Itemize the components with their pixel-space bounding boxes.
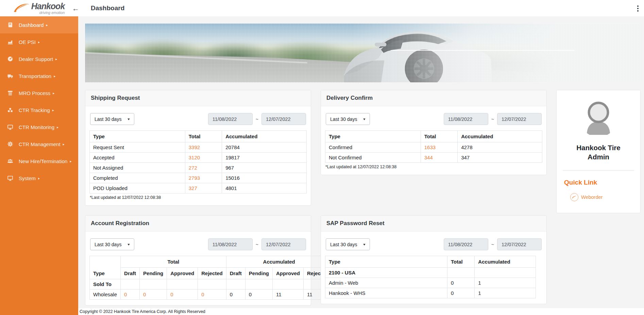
period-select[interactable]: Last 30 days ▼ xyxy=(90,113,134,125)
kebab-menu-icon[interactable] xyxy=(636,5,640,12)
col-group-accumulated: Accumulated xyxy=(226,256,332,268)
sidebar-item-label: CTR Management xyxy=(19,141,61,147)
last-updated-note: *Last updated at 12/07/2022 12:08:38 xyxy=(90,195,307,200)
chevron-right-icon: ▸ xyxy=(57,125,58,129)
account-registration-table: Type Total Accumulated Draft Pending App… xyxy=(89,256,332,300)
date-from-input[interactable] xyxy=(444,238,488,250)
period-select[interactable]: Last 30 days ▼ xyxy=(326,238,370,250)
truck-icon xyxy=(7,73,13,79)
sidebar-item-ctr-monitoring[interactable]: CTR Monitoring ▸ xyxy=(0,119,78,136)
accumulated-value: 1 xyxy=(475,288,536,298)
accumulated-value: 967 xyxy=(222,163,307,173)
monitor-icon xyxy=(7,175,13,181)
sidebar-item-dashboard[interactable]: Dashboard ▸ xyxy=(0,16,78,33)
chevron-down-icon: ▼ xyxy=(362,117,366,121)
chevron-down-icon: ▼ xyxy=(127,243,131,246)
gauge-icon xyxy=(7,56,13,62)
table-row: Not Confirmed344347 xyxy=(325,153,542,163)
profile-name: Hankook Tire Admin xyxy=(569,143,628,161)
monitor-icon xyxy=(7,124,13,130)
date-from-input[interactable] xyxy=(208,113,253,125)
page-title: Dashboard xyxy=(91,4,124,12)
total-value[interactable]: 344 xyxy=(421,153,457,163)
copyright-text: Copyright © 2022 Hankook Tire America Co… xyxy=(80,309,205,314)
delivery-confirm-table: Type Total Accumulated Confirmed16334278… xyxy=(325,130,542,163)
acc-approved-value: 11 xyxy=(272,289,303,300)
col-type: Type xyxy=(90,131,185,142)
chevron-down-icon: ▼ xyxy=(362,243,366,246)
total-value[interactable]: 3120 xyxy=(185,153,222,163)
account-registration-card: Account Registration Last 30 days ▼ ~ xyxy=(85,215,311,305)
sidebar-item-label: System xyxy=(19,175,36,181)
date-to-input[interactable] xyxy=(261,113,306,125)
col-type: Type xyxy=(325,131,421,142)
col-accumulated: Accumulated xyxy=(222,131,307,142)
total-value[interactable]: 272 xyxy=(185,163,222,173)
total-value[interactable]: 1633 xyxy=(421,142,457,153)
chevron-right-icon: ▸ xyxy=(38,40,40,44)
sidebar-item-ctr-tracking[interactable]: CTR Tracking ▸ xyxy=(0,101,78,119)
top-bar: Hankook driving emotion ← Dashboard xyxy=(0,0,644,16)
period-select[interactable]: Last 30 days ▼ xyxy=(90,238,134,250)
total-pending-value[interactable]: 0 xyxy=(140,289,167,300)
sidebar-item-label: Dashboard xyxy=(19,22,44,28)
sidebar-item-oe-psi[interactable]: OE PSI ▸ xyxy=(0,33,78,50)
sidebar-item-system[interactable]: System ▸ xyxy=(0,170,78,187)
chevron-right-icon: ▸ xyxy=(55,57,57,61)
total-value[interactable]: 3392 xyxy=(185,142,222,153)
quick-link-weborder[interactable]: Weborder xyxy=(570,193,635,201)
cubes-icon xyxy=(7,107,13,113)
date-from-input[interactable] xyxy=(208,238,253,250)
col-accumulated: Accumulated xyxy=(458,131,542,142)
col-approved: Approved xyxy=(272,268,303,279)
chevron-right-icon: ▸ xyxy=(46,23,48,27)
date-to-input[interactable] xyxy=(497,113,542,125)
sidebar-collapse-arrow-icon[interactable]: ← xyxy=(72,5,79,12)
sidebar-item-mro-process[interactable]: MRO Process ▸ xyxy=(0,84,78,101)
total-approved-value[interactable]: 0 xyxy=(167,289,198,300)
quick-link-label[interactable]: Weborder xyxy=(581,194,603,200)
industry-icon xyxy=(7,39,13,45)
card-title: Delivery Confirm xyxy=(326,95,373,101)
chevron-right-icon: ▸ xyxy=(70,159,71,163)
date-to-input[interactable] xyxy=(261,238,306,250)
users-icon xyxy=(7,158,13,164)
total-value[interactable]: 327 xyxy=(185,183,222,193)
table-row: Completed279315016 xyxy=(90,173,307,183)
sidebar-item-label: OE PSI xyxy=(19,39,36,45)
date-from-input[interactable] xyxy=(444,113,488,125)
sidebar-item-label: Dealer Support xyxy=(19,56,53,62)
table-row: POD Uploaded3274801 xyxy=(90,183,307,193)
avatar xyxy=(583,100,613,136)
sidebar-item-new-hire-termination[interactable]: New Hire/Termination ▸ xyxy=(0,153,78,170)
gear-icon xyxy=(7,141,13,147)
chevron-down-icon: ▼ xyxy=(127,117,131,121)
acc-draft-value: 0 xyxy=(226,289,245,300)
brand-name: Hankook xyxy=(31,2,65,11)
total-draft-value[interactable]: 0 xyxy=(121,289,140,300)
sidebar-item-transportation[interactable]: Transportation ▸ xyxy=(0,67,78,84)
card-title: SAP Password Reset xyxy=(326,220,385,226)
date-to-input[interactable] xyxy=(497,238,542,250)
col-draft: Draft xyxy=(226,268,245,279)
sidebar-item-label: MRO Process xyxy=(19,90,50,96)
card-title: Shipping Request xyxy=(91,95,140,101)
sidebar-item-ctr-management[interactable]: CTR Management ▸ xyxy=(0,136,78,153)
app-window: Hankook driving emotion ← Dashboard Dash… xyxy=(0,0,644,315)
total-rejected-value[interactable]: 0 xyxy=(198,289,226,300)
total-value[interactable]: 2793 xyxy=(185,173,222,183)
col-rejected: Rejected xyxy=(198,268,226,279)
table-row: Accepted312019817 xyxy=(90,153,307,163)
hankook-wing-icon xyxy=(570,193,578,201)
table-row: Not Assigned272967 xyxy=(90,163,307,173)
table-row: Wholesale 0 0 0 0 0 0 11 11 xyxy=(90,289,332,300)
hankook-wing-icon xyxy=(14,3,29,14)
sidebar-item-label: CTR Monitoring xyxy=(19,124,54,130)
footer-copyright-bar: Copyright © 2022 Hankook Tire America Co… xyxy=(78,308,644,315)
table-row: Admin - Web01 xyxy=(325,278,536,288)
col-pending: Pending xyxy=(140,268,167,279)
period-select[interactable]: Last 30 days ▼ xyxy=(326,113,370,125)
sidebar-item-label: CTR Tracking xyxy=(19,107,50,113)
profile-card: Hankook Tire Admin Quick Link Weborder xyxy=(556,90,641,213)
sidebar-item-dealer-support[interactable]: Dealer Support ▸ xyxy=(0,50,78,67)
